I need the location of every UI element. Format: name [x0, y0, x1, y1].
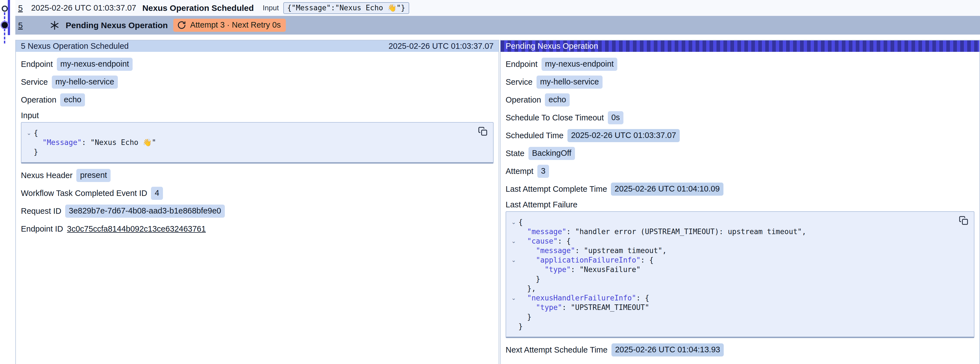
timeline-gutter — [0, 0, 15, 50]
field-row: Operationecho — [506, 91, 974, 109]
json-text: : { — [558, 237, 571, 245]
field-label: Last Attempt Complete Time — [506, 185, 607, 194]
json-text: { — [519, 218, 523, 226]
retry-icon — [177, 21, 186, 30]
collapse-chevron-icon[interactable]: ⌄ — [509, 236, 519, 246]
field-row: Nexus Headerpresent — [21, 166, 494, 184]
field-label: Nexus Header — [21, 171, 72, 180]
copy-icon[interactable] — [478, 126, 487, 136]
field-value-badge: my-hello-service — [52, 75, 118, 89]
timeline-node-selected-icon[interactable] — [2, 22, 8, 28]
json-code-line: }, — [509, 284, 966, 293]
code-line-gutter — [509, 303, 519, 312]
json-code-line: "message": "upstream timeout", — [509, 246, 966, 255]
json-text: } — [519, 322, 523, 330]
event-detail-panel: 5 Nexus Operation Scheduled 2025-02-26 U… — [15, 40, 499, 364]
field-row: Operationecho — [21, 91, 494, 109]
pending-operation-row[interactable]: 5 Pending Nexus Operation Attempt 3 · Ne… — [15, 16, 980, 35]
json-code-block: ⌄{ "Message": "Nexus Echo 👋"} — [21, 122, 494, 164]
event-detail-header: 5 Nexus Operation Scheduled 2025-02-26 U… — [16, 40, 499, 52]
json-text: : "UPSTREAM_TIMEOUT" — [562, 303, 649, 311]
field-row: StateBackingOff — [506, 144, 974, 162]
field-label: Endpoint — [506, 60, 538, 69]
json-code-text: } — [519, 274, 540, 284]
json-code-line: } — [24, 147, 485, 156]
json-text: : { — [640, 256, 654, 264]
event-row-scheduled[interactable]: 5 2025-02-26 UTC 01:03:37.07 Nexus Opera… — [15, 0, 980, 16]
json-text — [519, 265, 545, 274]
json-key: "nexusHandlerFailureInfo" — [527, 294, 636, 302]
json-code-line: ⌄{ — [24, 128, 485, 138]
field-value-badge: present — [76, 169, 111, 182]
json-text: }, — [519, 284, 536, 293]
json-key: "message" — [536, 246, 575, 255]
json-code-text: { — [519, 217, 523, 227]
field-row: Scheduled Time2025-02-26 UTC 01:03:37.07 — [506, 126, 974, 144]
timeline-active-bar — [8, 0, 10, 35]
code-field-label: Last Attempt Failure — [506, 200, 578, 209]
json-code-line: "message": "handler error (UPSTREAM_TIME… — [509, 227, 966, 236]
collapse-chevron-icon[interactable]: ⌄ — [24, 128, 34, 138]
field-value-link[interactable]: 3c0c75ccfa8144b092c13ce632463761 — [67, 224, 206, 233]
json-code-line: "type": "NexusFailure" — [509, 265, 966, 274]
code-line-gutter — [509, 284, 519, 293]
code-line-gutter — [24, 138, 34, 147]
json-code-text: } — [519, 312, 531, 322]
pending-operation-panel: Pending Nexus Operation Endpointmy-nexus… — [500, 40, 980, 364]
field-row: Request ID3e829b7e-7d67-4b08-aad3-b1e868… — [21, 202, 494, 220]
json-text: } — [519, 313, 531, 321]
copy-icon[interactable] — [959, 216, 968, 225]
json-code-block: ⌄{ "message": "handler error (UPSTREAM_T… — [506, 211, 974, 338]
field-value-badge: 0s — [608, 111, 624, 124]
field-row: Endpointmy-nexus-endpoint — [21, 55, 494, 73]
json-text — [519, 237, 527, 245]
code-line-gutter — [509, 227, 519, 236]
code-line-gutter — [509, 246, 519, 255]
field-value-badge: echo — [545, 93, 570, 107]
retry-badge-label: Attempt 3 · Next Retry 0s — [190, 20, 281, 30]
collapse-chevron-icon[interactable]: ⌄ — [509, 217, 519, 227]
field-label: Endpoint — [21, 60, 53, 69]
json-text: : "NexusFailure" — [571, 265, 640, 274]
field-value-badge: echo — [60, 93, 85, 107]
event-detail-body: Endpointmy-nexus-endpointServicemy-hello… — [16, 52, 499, 238]
event-timestamp: 2025-02-26 UTC 01:03:37.07 — [31, 3, 136, 13]
field-value-badge: 2025-02-26 UTC 01:03:37.07 — [568, 129, 680, 142]
json-code-line: } — [509, 274, 966, 284]
field-row: Servicemy-hello-service — [21, 73, 494, 91]
code-field-label-row: Last Attempt Failure — [506, 198, 974, 211]
field-label: Endpoint ID — [21, 224, 63, 233]
code-line-gutter — [509, 274, 519, 284]
code-line-gutter — [509, 265, 519, 274]
json-text — [519, 294, 527, 302]
field-label: Scheduled Time — [506, 131, 563, 140]
json-key: "type" — [545, 265, 571, 274]
timeline-node-open-icon[interactable] — [2, 6, 8, 12]
json-code-line: ⌄ "cause": { — [509, 236, 966, 246]
json-code-line: ⌄ "applicationFailureInfo": { — [509, 255, 966, 265]
event-detail-header-timestamp: 2025-02-26 UTC 01:03:37.07 — [388, 42, 494, 51]
json-text — [519, 246, 536, 255]
field-label: Next Attempt Schedule Time — [506, 345, 608, 354]
field-label: Service — [21, 77, 48, 87]
field-value-badge: 4 — [151, 187, 163, 200]
json-code-text: "nexusHandlerFailureInfo": { — [519, 293, 649, 303]
json-text — [519, 227, 527, 236]
pending-id-link[interactable]: 5 — [18, 21, 23, 30]
event-id-link[interactable]: 5 — [18, 3, 23, 13]
event-input-preview-badge[interactable]: {"Message":"Nexus Echo 👋"} — [283, 2, 409, 14]
json-key: "cause" — [527, 237, 558, 245]
pending-title: Pending Nexus Operation — [66, 21, 168, 30]
json-code-text: "type": "NexusFailure" — [519, 265, 640, 274]
json-text: : "Nexus Echo 👋" — [82, 138, 156, 147]
json-code-text: "Message": "Nexus Echo 👋" — [34, 138, 156, 147]
json-key: "applicationFailureInfo" — [536, 256, 641, 264]
json-code-text: { — [34, 128, 38, 138]
field-label: Operation — [21, 95, 56, 105]
json-code-text: } — [519, 322, 523, 331]
json-text — [34, 138, 42, 147]
json-text: } — [34, 148, 38, 156]
collapse-chevron-icon[interactable]: ⌄ — [509, 293, 519, 303]
json-code-text: "message": "handler error (UPSTREAM_TIME… — [519, 227, 806, 236]
collapse-chevron-icon[interactable]: ⌄ — [509, 255, 519, 265]
